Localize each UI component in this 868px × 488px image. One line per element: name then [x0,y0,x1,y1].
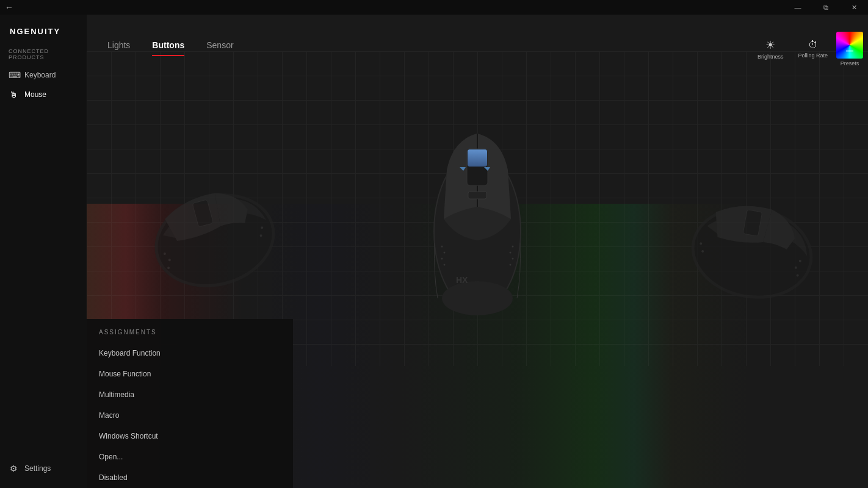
top-toolbar: ☀ Brightness ⏱ Polling Rate Presets [751,32,863,66]
sidebar-item-keyboard[interactable]: ⌨ Keyboard [0,65,87,85]
center-mouse-image: HX [410,60,544,325]
presets-button[interactable]: Presets [836,32,863,66]
presets-thumbnail [836,32,863,59]
sidebar-section-title: Connected Products [0,48,87,65]
svg-point-12 [444,264,446,266]
assignment-item-mouse-function[interactable]: Mouse Function [87,364,293,384]
assignments-panel: ASSIGNMENTS Keyboard Function Mouse Func… [87,319,293,488]
presets-label: Presets [841,60,859,66]
svg-point-15 [512,258,514,260]
sidebar-item-settings[interactable]: ⚙ Settings [0,459,87,478]
minimize-button[interactable]: — [784,0,812,15]
svg-point-13 [512,246,514,248]
close-button[interactable]: ✕ [840,0,868,15]
tab-buttons[interactable]: Buttons [141,35,195,56]
brightness-label: Brightness [758,54,784,60]
logo: NGENUITY [10,27,60,36]
assignments-title: ASSIGNMENTS [87,329,293,343]
brightness-button[interactable]: ☀ Brightness [751,36,790,62]
mouse-icon: 🖱 [9,90,18,99]
main-content: HX [87,15,868,488]
polling-rate-button[interactable]: ⏱ Polling Rate [792,37,834,61]
titlebar: ← — ⧉ ✕ [0,0,868,15]
assignment-item-disabled[interactable]: Disabled [87,467,293,488]
brightness-icon: ☀ [765,38,775,52]
svg-rect-5 [468,149,487,167]
keyboard-icon: ⌨ [9,70,18,80]
assignment-item-keyboard-function[interactable]: Keyboard Function [87,343,293,364]
polling-rate-label: Polling Rate [798,52,828,59]
assignment-item-open[interactable]: Open... [87,447,293,467]
restore-button[interactable]: ⧉ [812,0,840,15]
right-mouse-image [654,185,850,310]
svg-point-11 [441,258,443,260]
sidebar-item-mouse-label: Mouse [24,90,46,99]
sidebar-item-keyboard-label: Keyboard [24,71,56,79]
svg-rect-6 [468,192,486,199]
svg-point-9 [441,246,443,248]
sidebar: NGENUITY Connected Products ⌨ Keyboard 🖱… [0,15,87,488]
assignment-item-macro[interactable]: Macro [87,405,293,426]
left-mouse-image [117,173,313,298]
sidebar-item-settings-label: Settings [24,464,51,473]
svg-text:HX: HX [456,275,468,285]
back-button[interactable]: ← [5,2,13,12]
svg-point-16 [510,264,512,266]
svg-point-14 [510,252,512,254]
tab-sensor[interactable]: Sensor [195,35,244,56]
svg-point-7 [442,281,513,315]
tab-lights[interactable]: Lights [96,35,141,56]
sidebar-item-mouse[interactable]: 🖱 Mouse [0,85,87,104]
assignment-item-windows-shortcut[interactable]: Windows Shortcut [87,426,293,447]
polling-rate-icon: ⏱ [808,40,818,51]
logo-area: NGENUITY [0,22,87,48]
sidebar-bottom: ⚙ Settings [0,459,87,488]
settings-icon: ⚙ [9,464,18,473]
assignment-item-multimedia[interactable]: Multimedia [87,384,293,405]
svg-point-10 [444,252,446,254]
